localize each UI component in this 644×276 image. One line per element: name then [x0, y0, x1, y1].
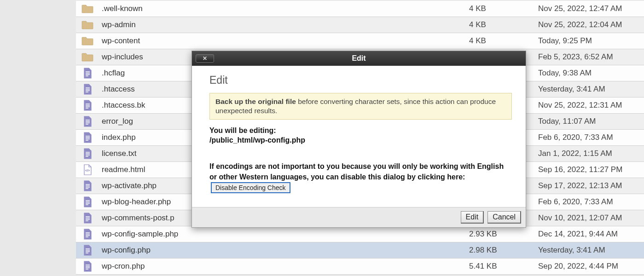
file-date: Sep 17, 2022, 12:13 AM [538, 181, 644, 190]
row-icon-cell [76, 212, 99, 224]
svg-text:</>: </> [85, 169, 90, 172]
row-icon-cell [76, 99, 99, 111]
file-name[interactable]: wp-config-sample.php [99, 230, 469, 239]
file-size: 5.41 KB [469, 262, 538, 271]
edit-dialog: ✕ Edit Edit Back up the original file be… [191, 51, 526, 228]
warning-bold: Back up the original file [215, 98, 296, 105]
row-icon-cell [76, 20, 99, 29]
table-row[interactable]: wp-admin4 KBNov 25, 2022, 12:04 AM [76, 17, 644, 33]
dialog-title: Edit [192, 54, 526, 63]
table-row[interactable]: .well-known4 KBNov 25, 2022, 12:47 AM [76, 1, 644, 17]
file-date: Today, 9:25 PM [538, 36, 644, 46]
file-size: 2.93 KB [469, 230, 538, 239]
file-icon [82, 83, 93, 95]
file-icon [82, 260, 93, 272]
file-date: Feb 6, 2020, 7:33 AM [538, 197, 644, 207]
row-icon-cell [76, 36, 99, 46]
file-name[interactable]: .well-known [99, 4, 469, 13]
dialog-footer: Edit Cancel [192, 207, 526, 227]
file-date: Feb 5, 2023, 6:52 AM [538, 52, 644, 62]
file-date: Today, 11:07 AM [538, 117, 644, 126]
file-date: Today, 9:38 AM [538, 69, 644, 78]
close-icon[interactable]: ✕ [196, 54, 214, 63]
file-name[interactable]: wp-config.php [99, 246, 469, 255]
editing-label: You will be editing: [209, 126, 512, 136]
file-icon [82, 132, 93, 144]
file-icon [82, 148, 93, 160]
file-icon [82, 115, 93, 127]
row-icon-cell [76, 244, 99, 256]
file-date: Nov 10, 2021, 12:07 AM [538, 213, 644, 223]
file-date: Nov 25, 2022, 12:47 AM [538, 4, 644, 13]
html-file-icon: </> [82, 164, 93, 176]
row-icon-cell [76, 132, 99, 144]
file-name[interactable]: wp-content [99, 36, 469, 46]
row-icon-cell [76, 83, 99, 95]
table-row[interactable]: wp-content4 KBToday, 9:25 PM [76, 33, 644, 49]
row-icon-cell: </> [76, 164, 99, 176]
file-date: Jan 1, 2022, 1:15 AM [538, 149, 644, 158]
folder-icon [81, 4, 93, 13]
table-row[interactable]: wp-config.php2.98 KBYesterday, 3:41 AM [76, 242, 644, 259]
dialog-titlebar[interactable]: ✕ Edit [192, 51, 526, 66]
row-icon-cell [76, 52, 99, 62]
file-date: Nov 25, 2022, 12:31 AM [538, 101, 644, 110]
file-icon [82, 228, 93, 240]
file-size: 2.98 KB [469, 246, 538, 255]
row-icon-cell [76, 180, 99, 192]
table-row[interactable]: wp-config-sample.php2.93 KBDec 14, 2021,… [76, 226, 644, 242]
file-date: Feb 6, 2020, 7:33 AM [538, 133, 644, 142]
file-size: 4 KB [469, 36, 538, 46]
folder-icon [81, 52, 93, 62]
editing-path: /public_html/wp-config.php [209, 136, 512, 145]
file-icon [82, 67, 93, 79]
edit-button[interactable]: Edit [461, 211, 484, 224]
encoding-message: If encodings are not important to you be… [209, 161, 512, 193]
folder-icon [81, 36, 93, 46]
file-date: Yesterday, 3:41 AM [538, 246, 644, 255]
encoding-text: If encodings are not important to you be… [209, 162, 504, 181]
file-date: Nov 25, 2022, 12:04 AM [538, 20, 644, 29]
file-name[interactable]: wp-cron.php [99, 262, 469, 271]
file-name[interactable]: wp-admin [99, 20, 469, 29]
row-icon-cell [76, 4, 99, 13]
row-icon-cell [76, 67, 99, 79]
file-date: Sep 16, 2022, 11:27 PM [538, 165, 644, 174]
file-icon [82, 196, 93, 208]
row-icon-cell [76, 196, 99, 208]
file-icon [82, 99, 93, 111]
dialog-body: Edit Back up the original file before co… [192, 66, 526, 207]
file-date: Dec 14, 2021, 9:44 AM [538, 230, 644, 239]
cancel-button[interactable]: Cancel [487, 211, 521, 224]
file-icon [82, 244, 93, 256]
file-date: Yesterday, 3:41 AM [538, 85, 644, 94]
folder-icon [81, 20, 93, 29]
row-icon-cell [76, 260, 99, 272]
row-icon-cell [76, 228, 99, 240]
file-size: 4 KB [469, 4, 538, 13]
warning-banner: Back up the original file before convert… [209, 93, 512, 120]
file-size: 4 KB [469, 20, 538, 29]
file-icon [82, 212, 93, 224]
dialog-heading: Edit [209, 74, 512, 86]
table-row[interactable]: wp-cron.php5.41 KBSep 20, 2022, 4:44 PM [76, 259, 644, 275]
disable-encoding-button[interactable]: Disable Encoding Check [211, 182, 290, 193]
row-icon-cell [76, 148, 99, 160]
file-date: Sep 20, 2022, 4:44 PM [538, 262, 644, 271]
row-icon-cell [76, 115, 99, 127]
file-icon [82, 180, 93, 192]
